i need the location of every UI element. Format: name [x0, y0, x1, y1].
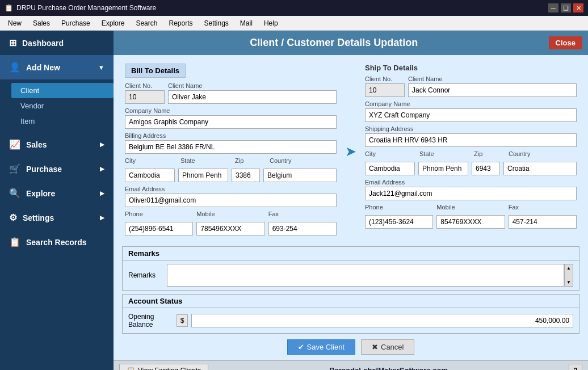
bill-zip-input[interactable] [232, 169, 260, 182]
bill-email-group: Email Address [125, 186, 337, 207]
bill-client-no-label: Client No. [125, 82, 165, 89]
menu-sales[interactable]: Sales [27, 18, 56, 29]
bill-city-input[interactable] [125, 169, 175, 182]
menu-explore[interactable]: Explore [96, 18, 131, 29]
sidebar-purchase-label: Purchase [26, 165, 62, 174]
ship-company-input[interactable] [365, 108, 577, 122]
sidebar-sub-item[interactable]: Item [11, 113, 114, 129]
bill-citystate-row [125, 169, 337, 182]
bill-client-name-group: Client Name [168, 82, 337, 104]
sidebar-sub-client[interactable]: Client [11, 83, 114, 98]
remarks-body: Remarks ▲ ▼ [123, 260, 579, 290]
menu-search[interactable]: Search [130, 18, 163, 29]
view-existing-clients-button[interactable]: 📋 View Existing Clients [119, 364, 208, 371]
close-window-button[interactable]: ✕ [573, 3, 583, 12]
remarks-label: Remarks [128, 271, 162, 279]
remarks-textarea[interactable] [167, 264, 564, 287]
close-form-button[interactable]: Close [549, 36, 582, 49]
remarks-scrollbar[interactable]: ▲ ▼ [564, 264, 573, 287]
ship-client-no-group: Client No. [365, 75, 405, 97]
ship-phone-label: Phone [365, 204, 433, 211]
menu-new[interactable]: New [2, 18, 27, 29]
bill-client-no-input[interactable] [125, 90, 165, 104]
view-clients-label: View Existing Clients [138, 367, 201, 371]
bill-client-no-group: Client No. [125, 82, 165, 104]
cancel-btn-label: Cancel [381, 343, 404, 351]
ship-client-name-input[interactable] [408, 83, 577, 97]
sidebar-item-search-records[interactable]: 📋 Search Records [0, 230, 114, 254]
ship-country-input[interactable] [503, 162, 577, 175]
ship-zip-label-group: Zip [474, 150, 505, 158]
bill-company-group: Company Name [125, 107, 337, 129]
ship-address-input[interactable] [365, 133, 577, 147]
two-col-layout: Bill To Details Client No. Client Name [122, 61, 579, 242]
maximize-button[interactable]: ❑ [561, 3, 571, 12]
app-icon: 📋 [5, 4, 13, 12]
bill-mobile-input[interactable] [196, 222, 264, 236]
ship-email-group: Email Address [365, 179, 577, 200]
save-client-button[interactable]: ✔ Save Client [287, 339, 355, 355]
menu-settings[interactable]: Settings [199, 18, 234, 29]
sidebar-item-settings[interactable]: ⚙ Settings [0, 205, 114, 230]
menu-reports[interactable]: Reports [163, 18, 198, 29]
bill-country-label-row: Country [270, 157, 337, 165]
bill-company-label: Company Name [125, 107, 337, 114]
ship-zip-input[interactable] [472, 162, 500, 175]
explore-icon: 🔍 [9, 188, 20, 199]
bill-city-label: City [125, 157, 176, 164]
sidebar-item-sales[interactable]: 📈 Sales [0, 132, 114, 157]
help-button[interactable]: ? [569, 364, 582, 371]
opening-balance-input[interactable] [191, 314, 573, 327]
ship-state-input[interactable] [418, 162, 468, 175]
remarks-input-wrapper: ▲ ▼ [167, 264, 573, 287]
title-bar-controls: ─ ❑ ✕ [548, 3, 583, 12]
sidebar-dashboard-label: Dashboard [22, 39, 64, 48]
ship-phone-label-group: Phone [365, 204, 433, 212]
sidebar-item-purchase[interactable]: 🛒 Purchase [0, 157, 114, 181]
bill-address-label: Billing Address [125, 132, 337, 139]
bill-phone-input[interactable] [125, 222, 193, 236]
bill-state-input[interactable] [178, 169, 228, 182]
sidebar-item-dashboard[interactable]: ⊞ Dashboard [0, 31, 114, 55]
menu-purchase[interactable]: Purchase [56, 18, 96, 29]
sidebar: ⊞ Dashboard 👤 Add New ▼ Client Vendor It… [0, 31, 114, 370]
bill-phone-label-group: Phone [125, 211, 193, 218]
bill-country-input[interactable] [263, 169, 337, 182]
title-bar-left: 📋 DRPU Purchase Order Management Softwar… [5, 4, 156, 12]
bill-company-input[interactable] [125, 115, 337, 129]
bill-address-input[interactable] [125, 140, 337, 154]
bill-address-group: Billing Address [125, 132, 337, 154]
menu-help[interactable]: Help [258, 18, 284, 29]
sidebar-item-explore[interactable]: 🔍 Explore [0, 181, 114, 205]
bill-client-name-input[interactable] [168, 90, 337, 104]
footer-bar: 📋 View Existing Clients BarcodeLabelMake… [114, 360, 588, 370]
sidebar-sub-vendor[interactable]: Vendor [11, 98, 114, 113]
account-status-section: Account Status Opening Balance $ [122, 294, 579, 334]
save-btn-label: Save Client [307, 343, 345, 351]
sidebar-sub-menu: Client Vendor Item [0, 79, 114, 132]
bill-fax-input[interactable] [268, 222, 337, 236]
ship-client-no-input[interactable] [365, 83, 405, 97]
ship-mobile-input[interactable] [436, 215, 505, 229]
title-bar: 📋 DRPU Purchase Order Management Softwar… [0, 0, 588, 16]
table-icon: 📋 [127, 367, 135, 371]
sidebar-item-add-new[interactable]: 👤 Add New ▼ [0, 55, 114, 79]
bill-email-label: Email Address [125, 186, 337, 192]
ship-fax-label: Fax [509, 204, 577, 211]
menu-mail[interactable]: Mail [234, 18, 258, 29]
ship-phone-input[interactable] [365, 215, 433, 229]
ship-fax-input[interactable] [509, 215, 577, 229]
ship-email-label: Email Address [365, 179, 577, 186]
bill-email-input[interactable] [125, 194, 337, 207]
ship-city-input[interactable] [365, 162, 415, 175]
button-row: ✔ Save Client ✖ Cancel [122, 339, 579, 355]
ship-fax-label-group: Fax [509, 204, 577, 212]
account-body: Opening Balance $ [123, 308, 579, 333]
bill-phone-label: Phone [125, 211, 193, 217]
form-title: Client / Customer Details Updation [119, 37, 549, 49]
minimize-button[interactable]: ─ [548, 3, 558, 12]
ship-email-input[interactable] [365, 187, 577, 200]
opening-balance-label: Opening Balance [128, 313, 173, 329]
scroll-down-icon: ▼ [566, 280, 571, 285]
cancel-button[interactable]: ✖ Cancel [361, 339, 414, 355]
